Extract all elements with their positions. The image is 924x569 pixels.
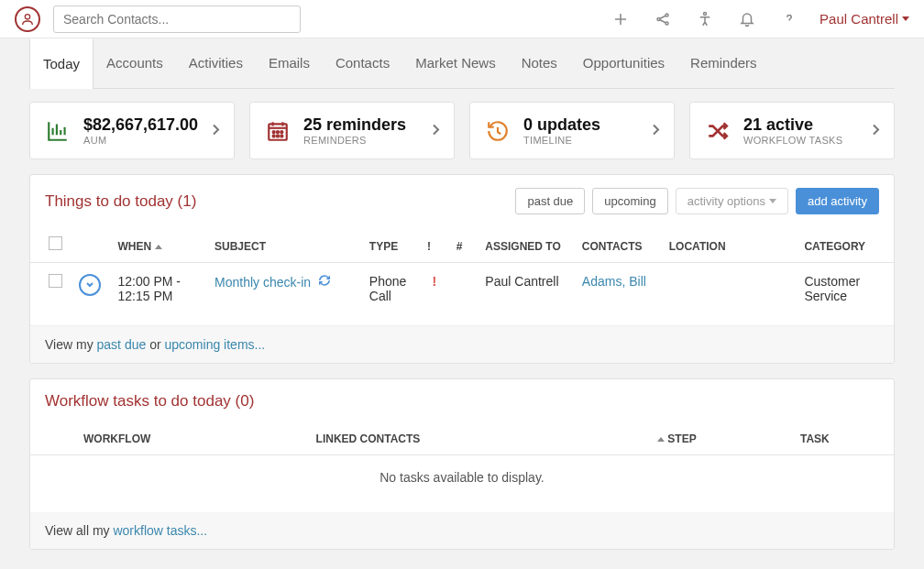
upcoming-button[interactable]: upcoming: [592, 188, 667, 214]
history-icon: [485, 118, 511, 144]
col-priority[interactable]: !: [420, 227, 449, 263]
tab-accounts[interactable]: Accounts: [94, 38, 176, 88]
svg-point-6: [273, 131, 275, 133]
svg-point-11: [280, 135, 282, 137]
share-icon[interactable]: [654, 11, 671, 27]
card-workflow[interactable]: 21 active WORKFLOW TASKS: [689, 102, 895, 159]
summary-cards: $82,667,617.00 AUM 25 reminders REMINDER…: [29, 102, 895, 159]
col-task[interactable]: TASK: [793, 423, 894, 455]
footer-text: View all my: [45, 523, 113, 538]
card-updates[interactable]: 0 updates TIMELINE: [469, 102, 675, 159]
col-workflow[interactable]: WORKFLOW: [76, 423, 309, 455]
empty-message: No tasks available to display.: [30, 455, 894, 512]
nav-row: Today Accounts Activities Emails Contact…: [0, 38, 924, 89]
tab-emails[interactable]: Emails: [256, 38, 323, 88]
card-reminders[interactable]: 25 reminders REMINDERS: [249, 102, 455, 159]
past-due-button[interactable]: past due: [515, 188, 585, 214]
col-type[interactable]: TYPE: [362, 227, 420, 263]
workflow-tasks-link[interactable]: workflow tasks...: [113, 523, 207, 538]
sort-asc-icon: [155, 245, 162, 249]
contact-link[interactable]: Adams, Bill: [582, 274, 646, 289]
col-location[interactable]: LOCATION: [662, 227, 798, 263]
search-input[interactable]: [53, 5, 301, 33]
tab-market-news[interactable]: Market News: [402, 38, 509, 88]
workflow-panel-head: Workflow tasks to do today (0): [30, 379, 894, 423]
footer-text: or: [146, 337, 164, 352]
todo-footer: View my past due or upcoming items...: [30, 326, 894, 363]
past-due-link[interactable]: past due: [97, 337, 147, 352]
upcoming-items-link[interactable]: upcoming items...: [165, 337, 266, 352]
reminders-value: 25 reminders: [303, 115, 406, 135]
todo-table: WHEN SUBJECT TYPE ! # ASSIGNED TO CONTAC…: [30, 227, 894, 326]
user-name: Paul Cantrell: [820, 11, 898, 27]
select-all-checkbox[interactable]: [49, 236, 62, 250]
svg-point-1: [657, 17, 660, 20]
col-when[interactable]: WHEN: [118, 240, 152, 253]
updates-value: 0 updates: [523, 115, 600, 135]
svg-point-10: [277, 135, 279, 137]
svg-point-9: [273, 135, 275, 137]
tab-contacts[interactable]: Contacts: [323, 38, 402, 88]
col-linked[interactable]: LINKED CONTACTS: [309, 423, 646, 455]
activity-options-button[interactable]: activity options: [676, 188, 788, 214]
add-activity-button[interactable]: add activity: [796, 188, 879, 214]
calendar-icon: [265, 118, 291, 144]
cell-category: Customer Service: [797, 263, 894, 326]
accessibility-icon[interactable]: [697, 11, 713, 27]
shuffle-icon: [705, 118, 731, 144]
reminders-label: REMINDERS: [303, 135, 406, 146]
svg-point-8: [280, 131, 282, 133]
content-area: $82,667,617.00 AUM 25 reminders REMINDER…: [0, 89, 924, 569]
svg-point-4: [704, 12, 707, 15]
svg-point-7: [277, 131, 279, 133]
col-step[interactable]: STEP: [646, 423, 793, 455]
col-contacts[interactable]: CONTACTS: [575, 227, 662, 263]
activity-options-label: activity options: [688, 194, 765, 208]
table-row[interactable]: 12:00 PM - 12:15 PM Monthly check-in Pho…: [30, 263, 894, 326]
user-menu[interactable]: Paul Cantrell: [820, 11, 909, 27]
bell-icon[interactable]: [739, 11, 755, 27]
workflow-footer: View all my workflow tasks...: [30, 512, 894, 549]
chevron-right-icon: [652, 123, 661, 138]
cell-hash: [449, 263, 478, 326]
col-subject[interactable]: SUBJECT: [207, 227, 362, 263]
todo-title: Things to do today (1): [45, 192, 515, 211]
top-bar: Paul Cantrell: [0, 0, 924, 38]
col-hash[interactable]: #: [449, 227, 478, 263]
cell-priority: !: [420, 263, 449, 326]
aum-value: $82,667,617.00: [83, 115, 198, 135]
workflow-table: WORKFLOW LINKED CONTACTS STEP TASK: [30, 423, 894, 455]
svg-point-3: [666, 22, 668, 25]
cell-when: 12:00 PM - 12:15 PM: [111, 263, 207, 326]
todo-panel: Things to do today (1) past due upcoming…: [29, 174, 895, 364]
svg-point-0: [25, 14, 29, 18]
col-category[interactable]: CATEGORY: [797, 227, 894, 263]
bar-chart-icon: [45, 118, 71, 144]
tab-activities[interactable]: Activities: [176, 38, 256, 88]
help-icon[interactable]: [781, 11, 798, 27]
chevron-right-icon: [432, 123, 441, 138]
card-aum[interactable]: $82,667,617.00 AUM: [29, 102, 235, 159]
row-checkbox[interactable]: [49, 274, 62, 288]
workflow-title: Workflow tasks to do today (0): [45, 392, 879, 410]
tab-today[interactable]: Today: [29, 38, 94, 89]
expand-row-icon[interactable]: [79, 274, 101, 296]
caret-down-icon: [902, 16, 909, 21]
workflow-panel: Workflow tasks to do today (0) WORKFLOW …: [29, 378, 895, 550]
tab-reminders[interactable]: Reminders: [677, 38, 770, 88]
app-logo[interactable]: [15, 6, 40, 32]
recurring-icon: [318, 274, 331, 290]
sort-asc-icon: [657, 437, 665, 442]
tab-opportunities[interactable]: Opportunities: [570, 38, 677, 88]
tab-notes[interactable]: Notes: [509, 38, 570, 88]
updates-label: TIMELINE: [523, 135, 600, 146]
add-icon[interactable]: [612, 11, 629, 27]
cell-type: Phone Call: [362, 263, 420, 326]
aum-label: AUM: [83, 135, 198, 146]
subject-link[interactable]: Monthly check-in: [214, 275, 311, 290]
topbar-icons: [612, 11, 798, 27]
col-assigned[interactable]: ASSIGNED TO: [478, 227, 574, 263]
nav-tabs: Today Accounts Activities Emails Contact…: [29, 38, 895, 89]
footer-text: View my: [45, 337, 97, 352]
cell-location: [662, 263, 798, 326]
